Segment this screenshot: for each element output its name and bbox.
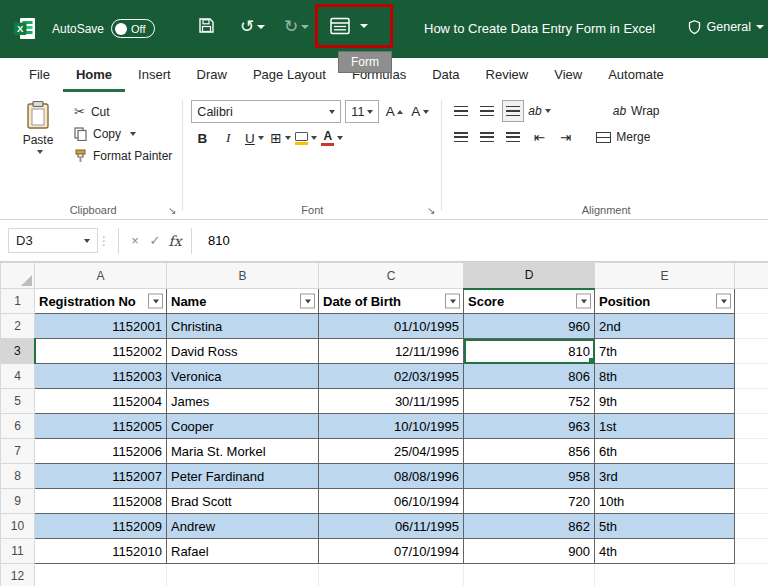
cell[interactable]: [167, 564, 319, 586]
document-title[interactable]: How to Create Data Entry Form in Excel: [424, 21, 655, 36]
top-align-button[interactable]: [450, 100, 472, 122]
autosave-switch[interactable]: Off: [111, 19, 154, 38]
increase-font-size-button[interactable]: A: [383, 101, 405, 123]
cancel-icon[interactable]: ×: [125, 233, 145, 248]
save-button[interactable]: [198, 17, 215, 34]
row-header[interactable]: 1: [1, 289, 35, 314]
cell[interactable]: 6th: [595, 439, 735, 464]
insert-function-icon[interactable]: fx: [165, 233, 185, 249]
bold-button[interactable]: B: [191, 127, 213, 149]
cell[interactable]: 8th: [595, 364, 735, 389]
cell[interactable]: 958: [464, 464, 595, 489]
row-header[interactable]: 4: [1, 364, 35, 389]
orientation-button[interactable]: ab: [528, 100, 550, 122]
cell[interactable]: 1152002: [35, 339, 167, 364]
paste-button[interactable]: Paste: [12, 96, 64, 163]
filter-button[interactable]: [148, 294, 163, 309]
cell[interactable]: 4th: [595, 539, 735, 564]
font-name-select[interactable]: Calibri: [191, 100, 341, 123]
row-header[interactable]: 7: [1, 439, 35, 464]
cell[interactable]: 9th: [595, 389, 735, 414]
cell[interactable]: Andrew: [167, 514, 319, 539]
cell[interactable]: 900: [464, 539, 595, 564]
borders-button[interactable]: ⊞: [269, 127, 291, 149]
form-button[interactable]: [329, 16, 368, 36]
row-header[interactable]: 10: [1, 514, 35, 539]
cell[interactable]: 960: [464, 314, 595, 339]
cell[interactable]: 2nd: [595, 314, 735, 339]
tab-home[interactable]: Home: [63, 58, 125, 92]
cell[interactable]: 30/11/1995: [319, 389, 464, 414]
cell[interactable]: [319, 564, 464, 586]
underline-button[interactable]: U: [243, 127, 265, 149]
tab-view[interactable]: View: [541, 58, 595, 92]
cell[interactable]: 12/11/1996: [319, 339, 464, 364]
name-box[interactable]: D3: [8, 228, 98, 253]
row-header[interactable]: 9: [1, 489, 35, 514]
formula-bar-value[interactable]: 810: [198, 233, 230, 248]
autosave-toggle[interactable]: AutoSave Off: [52, 19, 155, 38]
cell[interactable]: 1152005: [35, 414, 167, 439]
tab-draw[interactable]: Draw: [184, 58, 240, 92]
cell[interactable]: 3rd: [595, 464, 735, 489]
fill-color-button[interactable]: [295, 127, 317, 149]
cell[interactable]: 10th: [595, 489, 735, 514]
cell[interactable]: 1152004: [35, 389, 167, 414]
cell[interactable]: [464, 564, 595, 586]
column-header-a[interactable]: A: [35, 263, 167, 289]
cell[interactable]: 1152009: [35, 514, 167, 539]
cell[interactable]: 06/11/1995: [319, 514, 464, 539]
redo-button[interactable]: ↻: [284, 18, 309, 35]
cell[interactable]: 1152001: [35, 314, 167, 339]
tab-data[interactable]: Data: [419, 58, 472, 92]
cell[interactable]: Brad Scott: [167, 489, 319, 514]
cell[interactable]: [35, 564, 167, 586]
merge-center-button[interactable]: Merge: [596, 130, 650, 144]
italic-button[interactable]: I: [217, 127, 239, 149]
cut-button[interactable]: ✂ Cut: [74, 104, 172, 119]
cell[interactable]: Rafael: [167, 539, 319, 564]
header-cell[interactable]: Score: [464, 289, 595, 314]
filter-button[interactable]: [576, 294, 591, 309]
cell[interactable]: 02/03/1995: [319, 364, 464, 389]
tab-review[interactable]: Review: [473, 58, 542, 92]
cell[interactable]: [595, 564, 735, 586]
cell[interactable]: 5th: [595, 514, 735, 539]
column-header-f[interactable]: [735, 263, 768, 289]
cell[interactable]: 1152007: [35, 464, 167, 489]
tab-file[interactable]: File: [16, 58, 63, 92]
cell[interactable]: Peter Fardinand: [167, 464, 319, 489]
header-cell[interactable]: Position: [595, 289, 735, 314]
copy-button[interactable]: Copy: [74, 127, 172, 141]
tab-page-layout[interactable]: Page Layout: [240, 58, 339, 92]
increase-indent-button[interactable]: ⇥: [554, 126, 576, 148]
row-header[interactable]: 5: [1, 389, 35, 414]
align-left-button[interactable]: [450, 126, 472, 148]
row-header[interactable]: 8: [1, 464, 35, 489]
dialog-launcher-icon[interactable]: ↘: [427, 205, 435, 216]
cell[interactable]: 10/10/1995: [319, 414, 464, 439]
cell[interactable]: 01/10/1995: [319, 314, 464, 339]
cell[interactable]: 862: [464, 514, 595, 539]
filter-button[interactable]: [716, 294, 731, 309]
selected-cell[interactable]: 810: [464, 339, 595, 364]
font-color-button[interactable]: A: [321, 127, 343, 149]
cell[interactable]: Veronica: [167, 364, 319, 389]
row-header[interactable]: 11: [1, 539, 35, 564]
cell[interactable]: 1st: [595, 414, 735, 439]
decrease-font-size-button[interactable]: A: [409, 101, 431, 123]
cell[interactable]: David Ross: [167, 339, 319, 364]
row-header[interactable]: 12: [1, 564, 35, 586]
cell[interactable]: 06/10/1994: [319, 489, 464, 514]
cell[interactable]: 1152008: [35, 489, 167, 514]
cell[interactable]: 720: [464, 489, 595, 514]
cell[interactable]: 1152003: [35, 364, 167, 389]
cell[interactable]: 25/04/1995: [319, 439, 464, 464]
bottom-align-button[interactable]: [502, 100, 524, 122]
align-right-button[interactable]: [502, 126, 524, 148]
enter-icon[interactable]: ✓: [145, 233, 165, 248]
cell[interactable]: 1152006: [35, 439, 167, 464]
format-painter-button[interactable]: Format Painter: [74, 149, 172, 163]
cell[interactable]: Cooper: [167, 414, 319, 439]
row-header[interactable]: 6: [1, 414, 35, 439]
